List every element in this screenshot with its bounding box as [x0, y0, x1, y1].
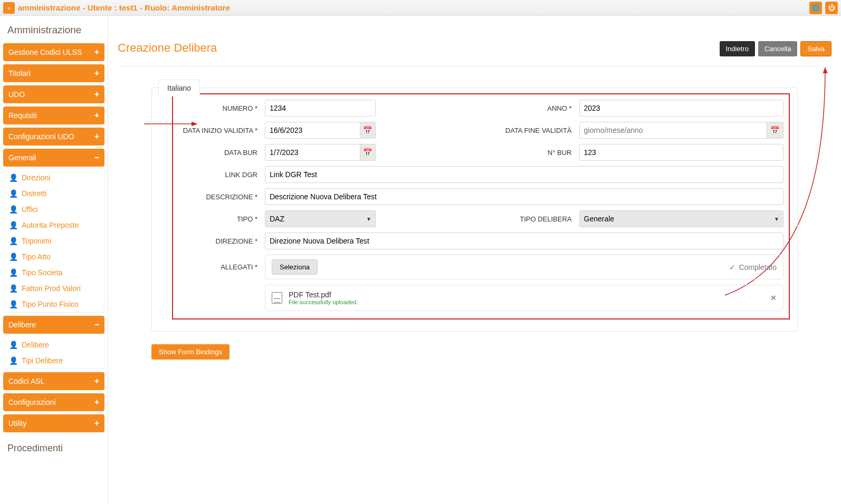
- label-tipo: TIPO *: [178, 215, 257, 223]
- sidebar-group-label: UDO: [8, 90, 25, 99]
- page-header: Creazione Delibera Indietro Cancella Sal…: [118, 25, 832, 66]
- form-card: Italiano NUMERO * ANNO * DATA INIZIO VAL…: [151, 88, 798, 332]
- sidebar: Amministrazione Gestione Codici ULSS + T…: [0, 16, 108, 504]
- sidebar-item-uffici[interactable]: 👤Uffici: [4, 201, 104, 217]
- user-icon: 👤: [9, 341, 17, 349]
- sidebar-item-label: Fattori Prod Valori: [22, 284, 81, 293]
- sidebar-item-label: Toponimi: [22, 237, 51, 245]
- input-link-dgr[interactable]: [265, 166, 783, 183]
- main-content: Creazione Delibera Indietro Cancella Sal…: [108, 16, 841, 504]
- select-tipo-value[interactable]: [265, 210, 376, 227]
- sidebar-item-direzioni[interactable]: 👤Direzioni: [4, 170, 104, 186]
- sidebar-item-label: Tipo Atto: [22, 253, 51, 261]
- sidebar-group-label: Utility: [8, 419, 26, 428]
- sidebar-sublist-delibere: 👤Delibere 👤Tipi Delibere: [3, 337, 104, 369]
- label-descrizione: DESCRIZIONE *: [178, 193, 257, 201]
- sidebar-group-gestione-codici-ulss[interactable]: Gestione Codici ULSS +: [3, 43, 104, 61]
- sidebar-item-fattori-prod-valori[interactable]: 👤Fattori Prod Valori: [4, 280, 104, 296]
- expand-icon: +: [94, 419, 99, 428]
- calendar-icon[interactable]: 📅: [767, 122, 783, 139]
- sidebar-collapse-button[interactable]: «: [3, 2, 15, 14]
- sidebar-item-tipo-societa[interactable]: 👤Tipo Societa: [4, 265, 104, 280]
- form-highlighted-area: NUMERO * ANNO * DATA INIZIO VALIDITA * 📅…: [172, 93, 790, 319]
- input-direzione[interactable]: [265, 232, 783, 249]
- sidebar-group-label: Gestione Codici ULSS: [8, 48, 82, 56]
- sidebar-item-delibere[interactable]: 👤Delibere: [4, 337, 104, 353]
- input-data-fine[interactable]: [579, 122, 767, 139]
- globe-icon[interactable]: 🌐: [809, 2, 822, 14]
- file-name: PDF Test.pdf: [289, 290, 764, 299]
- calendar-icon[interactable]: 📅: [360, 144, 376, 161]
- collapse-icon: −: [94, 320, 99, 329]
- upload-status-text: Completato: [739, 263, 777, 272]
- sidebar-group-requisiti[interactable]: Requisiti +: [3, 106, 104, 124]
- input-anno[interactable]: [579, 100, 784, 117]
- action-buttons: Indietro Cancella Salva: [720, 25, 832, 56]
- input-data-bur[interactable]: [265, 144, 360, 161]
- input-numero[interactable]: [265, 100, 376, 117]
- sidebar-item-label: Delibere: [22, 341, 49, 349]
- user-icon: 👤: [9, 268, 17, 277]
- tab-italiano[interactable]: Italiano: [158, 80, 200, 96]
- expand-icon: +: [94, 47, 99, 57]
- show-form-bindings-button[interactable]: Show Form Bindings: [151, 344, 230, 360]
- select-tipo[interactable]: ▼: [265, 210, 376, 227]
- remove-file-icon[interactable]: ✕: [770, 294, 777, 302]
- sidebar-group-delibere[interactable]: Delibere −: [3, 316, 104, 334]
- pdf-icon: [272, 292, 282, 304]
- select-tipo-delibera-value[interactable]: [579, 210, 784, 227]
- select-tipo-delibera[interactable]: ▼: [579, 210, 784, 227]
- sidebar-item-label: Distretti: [22, 189, 46, 198]
- sidebar-group-label: Titolari: [8, 69, 31, 77]
- expand-icon: +: [94, 111, 99, 120]
- upload-status: ✓ Completato: [729, 263, 777, 272]
- sidebar-item-tipo-atto[interactable]: 👤Tipo Atto: [4, 249, 104, 265]
- user-icon: 👤: [9, 221, 17, 229]
- sidebar-item-autorita-preposte[interactable]: 👤Autorita Preposte: [4, 217, 104, 233]
- sidebar-footer-heading: Procedimenti: [2, 435, 108, 461]
- sidebar-item-tipo-punto-fisico[interactable]: 👤Tipo Punto Fisico: [4, 296, 104, 312]
- sidebar-item-toponimi[interactable]: 👤Toponimi: [4, 233, 104, 249]
- save-button[interactable]: Salva: [800, 41, 832, 56]
- label-numero: NUMERO *: [178, 104, 257, 112]
- user-icon: 👤: [9, 205, 17, 214]
- label-data-fine: DATA FINE VALIDITÀ: [477, 127, 572, 134]
- expand-icon: +: [94, 69, 99, 78]
- sidebar-item-distretti[interactable]: 👤Distretti: [4, 186, 104, 201]
- breadcrumb-title: amministrazione - Utente : test1 - Ruolo…: [18, 3, 230, 12]
- label-tipo-delibera: TIPO DELIBERA: [477, 215, 572, 223]
- label-anno: ANNO *: [477, 104, 572, 112]
- sidebar-item-label: Autorita Preposte: [22, 221, 79, 229]
- sidebar-group-udo[interactable]: UDO +: [3, 85, 104, 103]
- sidebar-group-titolari[interactable]: Titolari +: [3, 64, 104, 82]
- sidebar-group-codici-asl[interactable]: Codici ASL +: [3, 372, 104, 390]
- calendar-icon[interactable]: 📅: [360, 122, 376, 139]
- expand-icon: +: [94, 398, 99, 407]
- sidebar-item-tipi-delibere[interactable]: 👤Tipi Delibere: [4, 353, 104, 369]
- input-data-inizio[interactable]: [265, 122, 360, 139]
- sidebar-group-label: Generali: [8, 153, 36, 162]
- sidebar-group-label: Configurazioni UDO: [8, 132, 74, 141]
- user-icon: 👤: [9, 284, 17, 293]
- collapse-icon: −: [94, 153, 99, 162]
- label-data-bur: DATA BUR: [178, 149, 257, 157]
- cancel-button[interactable]: Cancella: [758, 41, 798, 56]
- sidebar-group-label: Codici ASL: [8, 377, 44, 385]
- label-allegati: ALLEGATI *: [178, 263, 257, 271]
- label-n-bur: N° BUR: [477, 149, 572, 157]
- uploaded-file-row: PDF Test.pdf File successfully uploaded.…: [265, 285, 783, 311]
- sidebar-item-label: Tipi Delibere: [22, 356, 63, 365]
- power-icon[interactable]: ⏻: [825, 2, 838, 14]
- upload-row: Seleziona ✓ Completato: [265, 255, 783, 279]
- back-button[interactable]: Indietro: [720, 41, 755, 56]
- sidebar-group-configurazioni-udo[interactable]: Configurazioni UDO +: [3, 128, 104, 146]
- sidebar-group-generali[interactable]: Generali −: [3, 149, 104, 167]
- input-n-bur[interactable]: [579, 144, 784, 161]
- label-data-inizio: DATA INIZIO VALIDITA *: [178, 127, 257, 134]
- sidebar-group-configurazioni[interactable]: Configurazioni +: [3, 393, 104, 411]
- user-icon: 👤: [9, 237, 17, 245]
- input-descrizione[interactable]: [265, 188, 783, 205]
- sidebar-group-utility[interactable]: Utility +: [3, 414, 104, 432]
- check-icon: ✓: [729, 263, 735, 272]
- select-file-button[interactable]: Seleziona: [272, 259, 318, 275]
